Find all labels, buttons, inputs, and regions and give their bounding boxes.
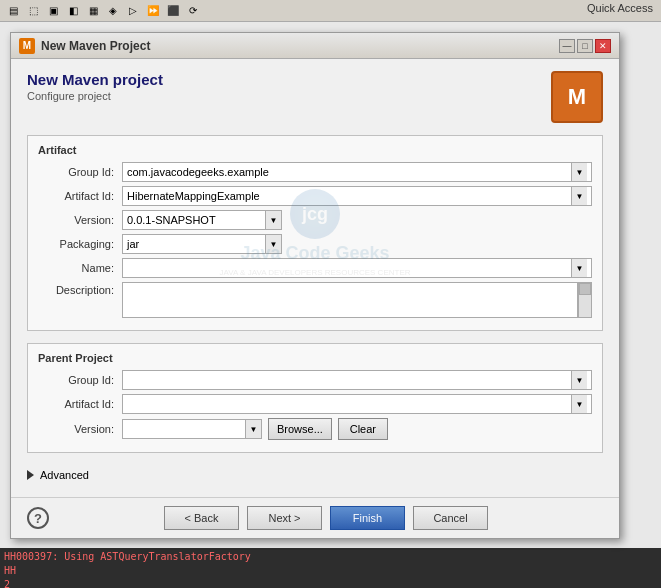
description-input[interactable] (122, 282, 578, 318)
group-id-input[interactable]: com.javacodegeeks.example ▼ (122, 162, 592, 182)
group-id-label: Group Id: (38, 166, 118, 178)
toolbar-btn-9[interactable]: ⬛ (164, 2, 182, 20)
name-input[interactable]: ▼ (122, 258, 592, 278)
description-wrapper (122, 282, 592, 318)
artifact-section-label: Artifact (38, 144, 592, 156)
dialog-title: New Maven Project (41, 39, 553, 53)
name-label: Name: (38, 262, 118, 274)
new-maven-project-dialog: M New Maven Project — □ ✕ New Maven proj… (10, 32, 620, 539)
version-label: Version: (38, 214, 118, 226)
parent-artifact-id-input[interactable]: ▼ (122, 394, 592, 414)
parent-version-label: Version: (38, 423, 118, 435)
finish-button[interactable]: Finish (330, 506, 405, 530)
toolbar-btn-5[interactable]: ▦ (84, 2, 102, 20)
page-title-area: New Maven project Configure project (27, 71, 163, 102)
artifact-id-input[interactable]: HibernateMappingExample ▼ (122, 186, 592, 206)
toolbar-btn-10[interactable]: ⟳ (184, 2, 202, 20)
parent-artifact-id-arrow[interactable]: ▼ (571, 395, 587, 413)
dialog-titlebar: M New Maven Project — □ ✕ (11, 33, 619, 59)
advanced-label[interactable]: Advanced (40, 469, 89, 481)
restore-button[interactable]: □ (577, 39, 593, 53)
parent-version-controls: ▼ Browse... Clear (122, 418, 592, 440)
name-row: Name: ▼ (38, 258, 592, 278)
dialog-overlay: M New Maven Project — □ ✕ New Maven proj… (0, 22, 661, 548)
artifact-section: jcg Java Code Geeks JAVA & JAVA DEVELOPE… (27, 135, 603, 331)
page-header: New Maven project Configure project M (27, 71, 603, 123)
help-button[interactable]: ? (27, 507, 49, 529)
packaging-label: Packaging: (38, 238, 118, 250)
parent-project-section: Parent Project Group Id: ▼ Artifact Id: … (27, 343, 603, 453)
next-button[interactable]: Next > (247, 506, 322, 530)
footer-buttons: < Back Next > Finish Cancel (49, 506, 603, 530)
parent-group-id-row: Group Id: ▼ (38, 370, 592, 390)
packaging-value: jar (123, 238, 265, 250)
artifact-id-label: Artifact Id: (38, 190, 118, 202)
parent-version-input[interactable]: ▼ (122, 419, 262, 439)
artifact-id-dropdown-arrow[interactable]: ▼ (571, 187, 587, 205)
description-scrollbar-thumb[interactable] (579, 283, 591, 295)
version-input[interactable]: 0.0.1-SNAPSHOT ▼ (122, 210, 282, 230)
page-subtitle: Configure project (27, 90, 163, 102)
dialog-body: New Maven project Configure project M jc… (11, 59, 619, 497)
ide-toolbar: ▤ ⬚ ▣ ◧ ▦ ◈ ▷ ⏩ ⬛ ⟳ (0, 0, 661, 22)
parent-artifact-id-label: Artifact Id: (38, 398, 118, 410)
packaging-input[interactable]: jar ▼ (122, 234, 282, 254)
clear-button[interactable]: Clear (338, 418, 388, 440)
artifact-id-row: Artifact Id: HibernateMappingExample ▼ (38, 186, 592, 206)
packaging-dropdown-arrow[interactable]: ▼ (265, 235, 281, 253)
toolbar-btn-7[interactable]: ▷ (124, 2, 142, 20)
minimize-button[interactable]: — (559, 39, 575, 53)
description-row: Description: (38, 282, 592, 318)
toolbar-btn-3[interactable]: ▣ (44, 2, 62, 20)
maven-icon: M (551, 71, 603, 123)
parent-version-row: Version: ▼ Browse... Clear (38, 418, 592, 440)
dialog-footer: ? < Back Next > Finish Cancel (11, 497, 619, 538)
group-id-value: com.javacodegeeks.example (127, 166, 571, 178)
description-label: Description: (38, 282, 118, 296)
artifact-id-value: HibernateMappingExample (127, 190, 571, 202)
parent-group-id-label: Group Id: (38, 374, 118, 386)
bottom-bar: HH000397: Using ASTQueryTranslatorFactor… (0, 548, 661, 588)
titlebar-buttons: — □ ✕ (559, 39, 611, 53)
advanced-row: Advanced (27, 465, 603, 485)
description-scrollbar[interactable] (578, 282, 592, 318)
bottom-text: HH000397: Using ASTQueryTranslatorFactor… (4, 550, 657, 588)
back-button[interactable]: < Back (164, 506, 239, 530)
close-button[interactable]: ✕ (595, 39, 611, 53)
browse-button[interactable]: Browse... (268, 418, 332, 440)
toolbar-btn-1[interactable]: ▤ (4, 2, 22, 20)
group-id-row: Group Id: com.javacodegeeks.example ▼ (38, 162, 592, 182)
advanced-expand-icon[interactable] (27, 470, 34, 480)
toolbar-btn-2[interactable]: ⬚ (24, 2, 42, 20)
parent-group-id-arrow[interactable]: ▼ (571, 371, 587, 389)
version-row: Version: 0.0.1-SNAPSHOT ▼ (38, 210, 592, 230)
parent-artifact-id-row: Artifact Id: ▼ (38, 394, 592, 414)
toolbar-btn-6[interactable]: ◈ (104, 2, 122, 20)
parent-version-arrow[interactable]: ▼ (245, 420, 261, 438)
parent-section-label: Parent Project (38, 352, 592, 364)
parent-group-id-input[interactable]: ▼ (122, 370, 592, 390)
group-id-dropdown-arrow[interactable]: ▼ (571, 163, 587, 181)
version-value: 0.0.1-SNAPSHOT (123, 214, 265, 226)
quick-access: Quick Access (579, 0, 661, 16)
name-dropdown-arrow[interactable]: ▼ (571, 259, 587, 277)
dialog-title-icon: M (19, 38, 35, 54)
version-dropdown-arrow[interactable]: ▼ (265, 211, 281, 229)
toolbar-btn-8[interactable]: ⏩ (144, 2, 162, 20)
packaging-row: Packaging: jar ▼ (38, 234, 592, 254)
page-title: New Maven project (27, 71, 163, 88)
toolbar-btn-4[interactable]: ◧ (64, 2, 82, 20)
cancel-button[interactable]: Cancel (413, 506, 488, 530)
